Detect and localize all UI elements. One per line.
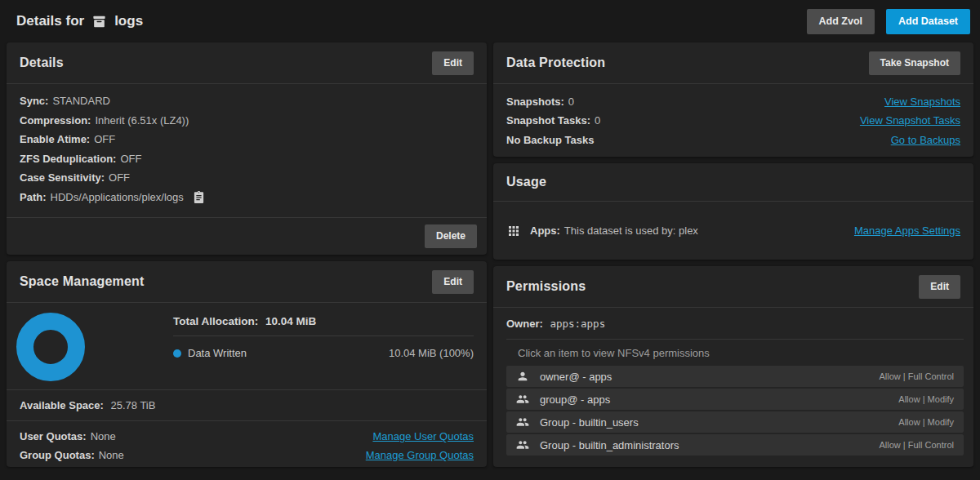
permission-row-builtin-administrators[interactable]: Group - builtin_administrators Allow | F… xyxy=(506,434,964,456)
delete-button[interactable]: Delete xyxy=(425,224,477,248)
page-title: Details for logs xyxy=(16,13,143,29)
space-edit-button[interactable]: Edit xyxy=(432,270,474,294)
detail-field-path: Path: HDDs/Applications/plex/logs xyxy=(20,191,474,205)
permissions-card: Permissions Edit Owner: apps:apps Click … xyxy=(493,266,973,467)
legend-row-data-written: Data Written 10.04 MiB (100%) xyxy=(173,347,474,359)
details-card-title: Details xyxy=(20,56,64,70)
details-edit-button[interactable]: Edit xyxy=(432,51,474,75)
group-quotas-row: Group Quotas:None Manage Group Quotas xyxy=(20,446,474,464)
left-column: Details Edit Sync: STANDARD Compression:… xyxy=(7,42,487,467)
manage-user-quotas-link[interactable]: Manage User Quotas xyxy=(372,427,474,446)
page-title-prefix: Details for xyxy=(16,13,84,29)
data-protection-body: Snapshots:0 View Snapshots Snapshot Task… xyxy=(493,84,973,157)
legend-label: Data Written xyxy=(188,347,247,359)
go-to-backups-link[interactable]: Go to Backups xyxy=(891,131,960,149)
add-zvol-button[interactable]: Add Zvol xyxy=(807,9,875,34)
user-quotas-row: User Quotas:None Manage User Quotas xyxy=(20,427,474,446)
snapshots-row: Snapshots:0 View Snapshots xyxy=(506,92,960,111)
available-space-row: Available Space: 25.78 TiB xyxy=(7,390,487,420)
people-icon xyxy=(516,416,529,429)
details-card: Details Edit Sync: STANDARD Compression:… xyxy=(7,42,487,255)
permissions-hint: Click an item to view NFSv4 permissions xyxy=(493,340,973,366)
details-card-body: Sync: STANDARD Compression: Inherit (6.5… xyxy=(7,84,487,217)
detail-field-case-sensitivity: Case Sensitivity: OFF xyxy=(20,171,474,185)
apps-value: This dataset is used by: plex xyxy=(564,224,698,237)
quotas-section: User Quotas:None Manage User Quotas Grou… xyxy=(7,421,487,467)
usage-card: Usage Apps: This dataset is used by: ple… xyxy=(493,163,973,260)
allocation-donut-chart xyxy=(16,313,85,381)
topbar-actions: Add Zvol Add Dataset xyxy=(807,9,970,34)
dataset-icon xyxy=(91,14,107,29)
allocation-details: Total Allocation: 10.04 MiB Data Written… xyxy=(173,313,474,359)
usage-title: Usage xyxy=(506,175,546,189)
legend-dot xyxy=(173,349,181,358)
space-card-header: Space Management Edit xyxy=(7,261,487,303)
legend-value: 10.04 MiB (100%) xyxy=(389,347,474,359)
apps-grid-icon xyxy=(506,224,521,238)
permissions-title: Permissions xyxy=(506,279,586,294)
detail-field-atime: Enable Atime: OFF xyxy=(20,133,474,147)
usage-header: Usage xyxy=(493,163,973,202)
data-protection-title: Data Protection xyxy=(506,56,605,70)
detail-field-compression: Compression: Inherit (6.51x (LZ4)) xyxy=(20,114,474,128)
data-protection-card: Data Protection Take Snapshot Snapshots:… xyxy=(493,42,973,157)
total-allocation: Total Allocation: 10.04 MiB xyxy=(173,313,474,336)
detail-field-sync: Sync: STANDARD xyxy=(20,95,474,109)
owner-row: Owner: apps:apps xyxy=(493,308,973,339)
usage-body: Apps: This dataset is used by: plex Mana… xyxy=(493,202,973,260)
details-card-footer: Delete xyxy=(7,217,487,255)
space-management-card: Space Management Edit Total Allocation: … xyxy=(7,261,487,467)
backup-tasks-row: No Backup Tasks Go to Backups xyxy=(506,131,960,149)
manage-apps-settings-link[interactable]: Manage Apps Settings xyxy=(854,224,960,237)
permissions-header: Permissions Edit xyxy=(493,266,973,308)
apps-label: Apps: xyxy=(530,224,560,237)
people-icon xyxy=(516,438,529,451)
permissions-list: owner@ - apps Allow | Full Control group… xyxy=(493,366,973,457)
detail-field-dedup: ZFS Deduplication: OFF xyxy=(20,153,474,167)
person-icon xyxy=(516,370,529,383)
copy-to-clipboard-icon[interactable] xyxy=(193,191,205,203)
space-allocation-section: Total Allocation: 10.04 MiB Data Written… xyxy=(7,303,487,389)
people-icon xyxy=(516,393,529,406)
space-card-title: Space Management xyxy=(20,274,145,289)
permission-row-builtin-users[interactable]: Group - builtin_users Allow | Modify xyxy=(506,411,964,433)
page-title-dataset-name: logs xyxy=(114,13,143,29)
content-columns: Details Edit Sync: STANDARD Compression:… xyxy=(0,42,980,467)
page-header: Details for logs Add Zvol Add Dataset xyxy=(0,0,980,42)
view-snapshots-link[interactable]: View Snapshots xyxy=(884,92,960,111)
details-card-header: Details Edit xyxy=(7,42,487,84)
manage-group-quotas-link[interactable]: Manage Group Quotas xyxy=(366,446,474,464)
add-dataset-button[interactable]: Add Dataset xyxy=(886,9,970,34)
data-protection-header: Data Protection Take Snapshot xyxy=(493,42,973,84)
view-snapshot-tasks-link[interactable]: View Snapshot Tasks xyxy=(860,111,960,130)
permission-row-owner[interactable]: owner@ - apps Allow | Full Control xyxy=(506,366,964,387)
snapshot-tasks-row: Snapshot Tasks:0 View Snapshot Tasks xyxy=(506,111,960,130)
take-snapshot-button[interactable]: Take Snapshot xyxy=(869,51,960,75)
permission-row-group[interactable]: group@ - apps Allow | Modify xyxy=(506,389,964,410)
permissions-edit-button[interactable]: Edit xyxy=(919,275,960,299)
right-column: Data Protection Take Snapshot Snapshots:… xyxy=(493,42,973,467)
